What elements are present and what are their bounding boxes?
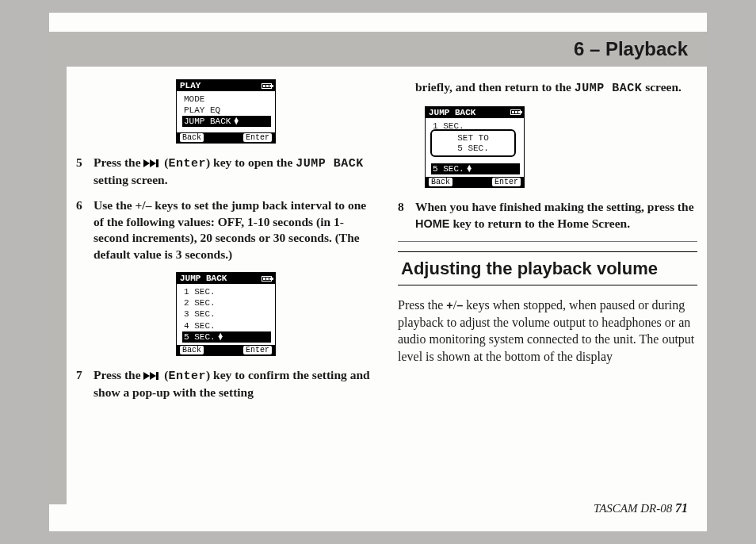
step-text: When you have finished making the settin… xyxy=(415,199,697,232)
popup-line2: 5 SEC. xyxy=(433,144,513,154)
fast-forward-icon xyxy=(143,372,161,380)
lcd-row: 3 SEC. xyxy=(182,308,271,320)
divider xyxy=(398,241,697,242)
product-name: TASCAM DR-08 xyxy=(594,502,675,515)
lcd-jump-back-list: JUMP BACK 1 SEC. 2 SEC. 3 SEC. 4 SEC. 5 … xyxy=(176,272,276,356)
step-6: 6 Use the +/– keys to set the jump back … xyxy=(76,197,376,262)
updown-icon: ▲▼ xyxy=(219,334,223,340)
popup-line1: SET TO xyxy=(433,133,513,144)
step-number: 5 xyxy=(76,155,94,188)
step-8: 8 When you have finished making the sett… xyxy=(398,199,697,232)
svg-marker-1 xyxy=(150,159,156,167)
lcd-title-bar: JUMP BACK xyxy=(177,273,275,284)
lcd-row: MODE xyxy=(182,94,271,105)
fast-forward-icon xyxy=(143,159,161,167)
lcd-title: JUMP BACK xyxy=(429,108,475,117)
step-number: 6 xyxy=(76,197,94,262)
lcd-popup: SET TO 5 SEC. xyxy=(430,129,516,157)
lcd-footer: Back Enter xyxy=(177,345,275,355)
step-7-continued: briefly, and then return to the JUMP BAC… xyxy=(398,79,697,97)
battery-icon xyxy=(262,83,272,89)
step-7: 7 Press the (Enter) key to confirm the s… xyxy=(76,367,376,400)
lcd-title-bar: PLAY xyxy=(177,80,275,91)
lcd-title: JUMP BACK xyxy=(180,274,227,283)
lcd-foot-right: Enter xyxy=(492,178,521,186)
home-key-label: HOME xyxy=(415,217,450,230)
lcd-body: MODE PLAY EQ JUMP BACK▲▼ xyxy=(177,91,275,132)
lcd-row: PLAY EQ xyxy=(182,105,271,116)
lcd-body: 1 SEC. SET TO 5 SEC. 5 SEC.▲▼ xyxy=(426,118,524,177)
lcd-row: 4 SEC. xyxy=(182,320,271,331)
lcd-play-menu: PLAY MODE PLAY EQ JUMP BACK▲▼ Back Enter xyxy=(176,79,276,144)
jump-back-label: JUMP BACK xyxy=(575,82,643,95)
lcd-foot-right: Enter xyxy=(243,346,272,354)
lcd-jump-back-popup: JUMP BACK 1 SEC. SET TO 5 SEC. 5 SEC.▲▼ … xyxy=(425,106,525,188)
content-columns: PLAY MODE PLAY EQ JUMP BACK▲▼ Back Enter… xyxy=(76,79,702,400)
lcd-title: PLAY xyxy=(180,81,200,90)
lcd-foot-left: Back xyxy=(429,178,452,186)
svg-rect-5 xyxy=(156,372,158,380)
step-spacer xyxy=(398,79,415,97)
page-footer: TASCAM DR-08 71 xyxy=(594,501,688,515)
chapter-title: 6 – Playback xyxy=(574,38,688,60)
step-text: Press the (Enter) key to open the JUMP B… xyxy=(94,155,376,188)
step-5: 5 Press the (Enter) key to open the JUMP… xyxy=(76,155,376,188)
right-column: briefly, and then return to the JUMP BAC… xyxy=(398,79,697,400)
lcd-row-selected: JUMP BACK▲▼ xyxy=(182,116,271,127)
lcd-row-selected: 5 SEC.▲▼ xyxy=(182,331,271,343)
enter-key-label: Enter xyxy=(168,370,206,383)
lcd-footer: Back Enter xyxy=(426,177,524,187)
page-number: 71 xyxy=(675,501,688,515)
body-paragraph: Press the +/– keys when stopped, when pa… xyxy=(398,297,697,365)
jump-back-label: JUMP BACK xyxy=(296,157,364,170)
lcd-footer: Back Enter xyxy=(177,132,275,143)
svg-rect-2 xyxy=(156,159,158,167)
lcd-row: 2 SEC. xyxy=(182,297,271,308)
lcd-row: 1 SEC. xyxy=(182,286,271,297)
updown-icon: ▲▼ xyxy=(468,166,472,172)
plus-key: + xyxy=(446,299,452,312)
svg-marker-0 xyxy=(143,159,150,167)
lcd-foot-right: Enter xyxy=(243,133,272,142)
enter-key-label: Enter xyxy=(168,157,206,170)
lcd-body: 1 SEC. 2 SEC. 3 SEC. 4 SEC. 5 SEC.▲▼ xyxy=(177,284,275,344)
section-heading: Adjusting the playback volume xyxy=(398,251,697,285)
lcd-row-selected: 5 SEC.▲▼ xyxy=(431,163,520,174)
left-margin-stripe xyxy=(49,32,67,504)
manual-page: 6 – Playback PLAY MODE PLAY EQ JUMP BACK… xyxy=(49,13,707,531)
step-text: Press the (Enter) key to confirm the set… xyxy=(94,367,376,400)
left-column: PLAY MODE PLAY EQ JUMP BACK▲▼ Back Enter… xyxy=(76,79,376,400)
svg-marker-3 xyxy=(143,372,150,380)
battery-icon xyxy=(262,276,272,282)
page-header: 6 – Playback xyxy=(49,32,707,67)
step-text: briefly, and then return to the JUMP BAC… xyxy=(415,79,697,97)
step-number: 8 xyxy=(398,199,415,232)
lcd-title-bar: JUMP BACK xyxy=(426,107,524,118)
lcd-foot-left: Back xyxy=(180,346,204,354)
step-text: Use the +/– keys to set the jump back in… xyxy=(94,197,376,262)
step-number: 7 xyxy=(76,367,94,400)
updown-icon: ▲▼ xyxy=(234,118,238,125)
lcd-foot-left: Back xyxy=(180,133,204,142)
svg-marker-4 xyxy=(150,372,156,380)
battery-icon xyxy=(510,109,521,115)
